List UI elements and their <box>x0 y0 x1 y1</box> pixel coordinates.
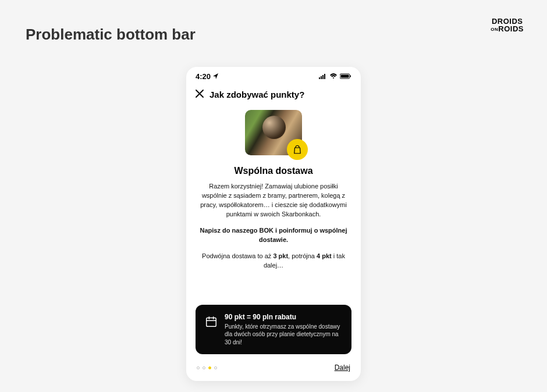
svg-rect-5 <box>341 74 349 77</box>
brand-logo: DROIDS ONROIDS <box>491 17 524 33</box>
p3-pts2: 4 pkt <box>317 252 332 259</box>
p3-pts1: 3 pkt <box>273 252 288 259</box>
battery-icon <box>340 72 351 81</box>
status-bar: 4:20 <box>186 67 361 85</box>
svg-rect-2 <box>322 75 324 79</box>
page-header: Jak zdobywać punkty? <box>186 85 361 105</box>
logo-line2: ROIDS <box>498 24 524 33</box>
dot-3[interactable] <box>208 366 211 369</box>
close-icon[interactable] <box>196 89 204 99</box>
logo-on: ON <box>491 27 498 32</box>
page-indicator <box>197 366 217 369</box>
shopping-bag-icon <box>292 144 303 155</box>
dot-4[interactable] <box>214 366 217 369</box>
info-card: 90 pkt = 90 pln rabatu Punkty, które otr… <box>196 305 351 355</box>
paragraph-3: Podwójna dostawa to aż 3 pkt, potrójna 4… <box>199 252 348 270</box>
calendar-icon <box>205 315 218 330</box>
card-title: 90 pkt = 90 pln rabatu <box>225 313 342 321</box>
dot-2[interactable] <box>203 366 205 369</box>
svg-rect-6 <box>350 75 351 77</box>
wifi-icon <box>329 72 338 81</box>
p3-mid: , potrójna <box>288 252 317 259</box>
svg-rect-7 <box>207 318 216 326</box>
card-text: Punkty, które otrzymasz za wspólne dosta… <box>225 323 342 347</box>
footer-bar: Dalej <box>186 354 361 381</box>
section-title: Wspólna dostawa <box>199 166 348 176</box>
svg-rect-0 <box>319 77 320 79</box>
next-button[interactable]: Dalej <box>335 364 350 372</box>
paragraph-1: Razem korzystniej! Zamawiaj ulubione pos… <box>199 182 348 219</box>
phone-mockup: 4:20 Jak zdobywać punkty? <box>186 67 361 381</box>
content-area: Wspólna dostawa Razem korzystniej! Zamaw… <box>186 105 361 297</box>
svg-rect-3 <box>324 74 325 79</box>
paragraph-2: Napisz do naszego BOK i poinformuj o wsp… <box>199 226 348 245</box>
dot-1[interactable] <box>197 366 200 369</box>
signal-icon <box>319 72 327 81</box>
hero-image-wrap <box>245 110 302 155</box>
shopping-bag-badge <box>287 139 308 160</box>
svg-rect-1 <box>321 76 322 79</box>
page-title: Jak zdobywać punkty? <box>209 90 304 99</box>
status-time: 4:20 <box>196 72 211 81</box>
location-icon <box>213 72 219 81</box>
slide-title: Problematic bottom bar <box>26 26 196 44</box>
p3-pre: Podwójna dostawa to aż <box>202 252 273 259</box>
